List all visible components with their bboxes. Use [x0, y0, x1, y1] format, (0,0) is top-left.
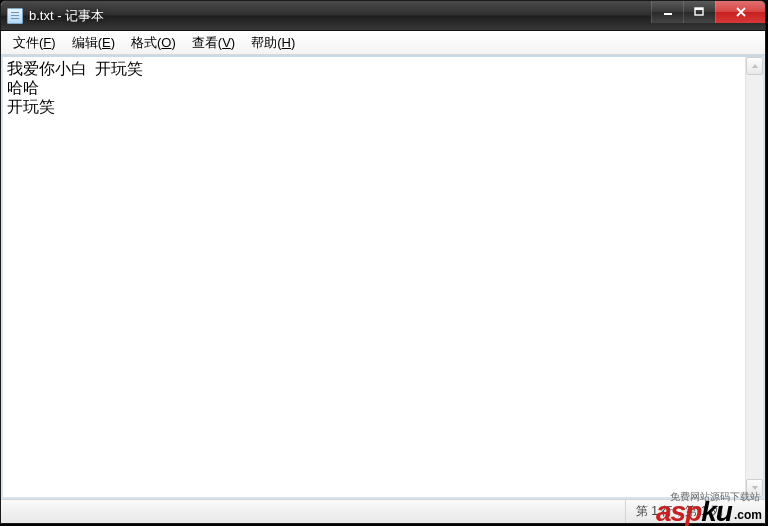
- menu-view[interactable]: 查看(V): [184, 32, 243, 54]
- window-controls: [651, 1, 765, 23]
- text-editor[interactable]: 我爱你小白 开玩笑 哈哈 开玩笑: [3, 57, 745, 497]
- scroll-track[interactable]: [746, 75, 763, 479]
- vertical-scrollbar[interactable]: [745, 57, 763, 497]
- notepad-icon: [7, 8, 23, 24]
- chevron-down-icon: [751, 485, 759, 491]
- close-button[interactable]: [715, 1, 765, 23]
- maximize-button[interactable]: [683, 1, 715, 23]
- menu-edit[interactable]: 编辑(E): [64, 32, 123, 54]
- scroll-up-button[interactable]: [746, 57, 763, 75]
- close-icon: [735, 7, 747, 17]
- window-title: b.txt - 记事本: [29, 7, 104, 25]
- titlebar[interactable]: b.txt - 记事本: [1, 1, 765, 31]
- editor-container: 我爱你小白 开玩笑 哈哈 开玩笑: [1, 55, 765, 499]
- maximize-icon: [694, 7, 705, 17]
- menu-help[interactable]: 帮助(H): [243, 32, 303, 54]
- chevron-up-icon: [751, 63, 759, 69]
- minimize-button[interactable]: [651, 1, 683, 23]
- statusbar: 第 1 行，第 1 列: [1, 499, 765, 523]
- menu-format[interactable]: 格式(O): [123, 32, 184, 54]
- scroll-down-button[interactable]: [746, 479, 763, 497]
- menubar: 文件(F) 编辑(E) 格式(O) 查看(V) 帮助(H): [1, 31, 765, 55]
- svg-rect-0: [664, 13, 672, 15]
- notepad-window: b.txt - 记事本 文件(F) 编辑(E) 格式(O): [0, 0, 766, 524]
- minimize-icon: [663, 7, 673, 17]
- svg-rect-2: [695, 8, 703, 10]
- menu-file[interactable]: 文件(F): [5, 32, 64, 54]
- status-position: 第 1 行，第 1 列: [625, 500, 765, 523]
